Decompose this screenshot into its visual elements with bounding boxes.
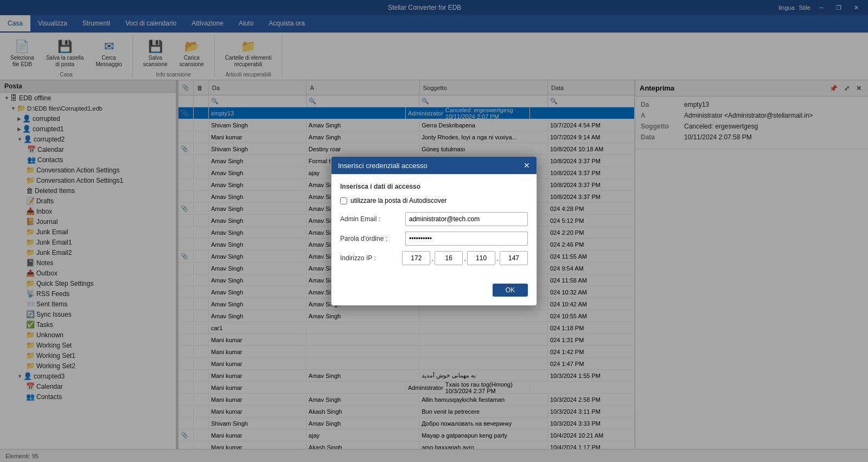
autodiscover-label[interactable]: utilizzare la posta di Autodiscover: [350, 197, 446, 204]
modal-close-btn[interactable]: ✕: [524, 161, 530, 170]
modal-ip-dot1: .: [431, 254, 433, 262]
modal-title-bar: Inserisci credenziali accesso ✕: [331, 157, 537, 174]
modal-ip-part4[interactable]: [500, 251, 528, 265]
modal-ip-part3[interactable]: [467, 251, 495, 265]
modal-footer: OK: [331, 279, 537, 305]
modal-ok-button[interactable]: OK: [493, 284, 528, 297]
modal-ip-part2[interactable]: [435, 251, 463, 265]
autodiscover-checkbox[interactable]: [340, 197, 347, 204]
modal-ip-dot2: .: [464, 254, 466, 262]
modal-body: Inserisca i dati di accesso utilizzare l…: [331, 174, 537, 279]
modal-subtitle: Inserisca i dati di accesso: [340, 183, 528, 190]
modal-dialog: Inserisci credenziali accesso ✕ Inserisc…: [331, 156, 537, 306]
modal-ip-label: Indirizzo IP :: [340, 254, 402, 262]
modal-email-label: Admin Email :: [340, 215, 405, 223]
modal-ip-dot3: .: [496, 254, 499, 262]
modal-ip-part1[interactable]: [402, 251, 430, 265]
modal-ip-row: Indirizzo IP : . . .: [340, 251, 528, 265]
modal-overlay[interactable]: Inserisci credenziali accesso ✕ Inserisc…: [0, 0, 868, 462]
modal-password-input[interactable]: [405, 232, 528, 246]
modal-title: Inserisci credenziali accesso: [338, 162, 427, 170]
modal-email-input[interactable]: [405, 212, 528, 226]
modal-field-email-row: Admin Email :: [340, 212, 528, 226]
modal-field-password-row: Parola d'ordine :: [340, 232, 528, 246]
modal-checkbox-row: utilizzare la posta di Autodiscover: [340, 197, 528, 204]
modal-password-label: Parola d'ordine :: [340, 235, 405, 242]
modal-ip-fields: . . .: [402, 251, 528, 265]
